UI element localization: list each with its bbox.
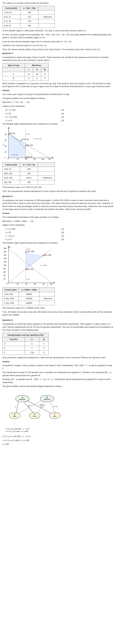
table-row: A (20, 80) 68000 [2, 292, 55, 296]
svg-text:40: 40 [4, 274, 6, 276]
table-row: F 2.50 3 [2, 350, 48, 355]
q4-c3-num: ...(4) [60, 116, 64, 118]
svg-text:60: 60 [4, 271, 6, 273]
q4-c1-row: 2x + y ≤ 60 ...(2) [6, 108, 64, 112]
svg-text:10: 10 [17, 158, 18, 160]
cell: 160 [20, 10, 38, 15]
cell: 12 [25, 72, 33, 76]
table-row: C (20, 180) 128000 [2, 301, 55, 305]
table-row: D(0, 40) 200 [2, 180, 55, 184]
cell: D (0, 8) [2, 24, 20, 28]
svg-text:y →: y → [2, 142, 4, 145]
q4-subject: subject to the constraints, [2, 105, 114, 108]
cell: 18 [33, 72, 41, 76]
q4-ans2: The given problem can be formulated as f… [2, 97, 114, 100]
svg-text:B(40, 160): B(40, 160) [44, 254, 51, 256]
transport-from-to: From/To [2, 337, 25, 342]
q4-corner-table: Corner point Z = 7.5x + 5y A(20, 0) 150 … [2, 162, 55, 185]
q6-title: Question 6: [2, 318, 114, 322]
cell: B (40, 160) [2, 296, 19, 301]
svg-text:x: x [15, 406, 16, 408]
q4-conclusion: Thus, the manufacturer should manufactur… [2, 190, 114, 193]
cell [38, 180, 54, 184]
q4-feasible: The feasible region determined by the co… [2, 122, 114, 126]
cell: 250 [20, 171, 38, 176]
svg-text:X: X [54, 282, 55, 284]
machines-col-header: Machines [25, 63, 48, 68]
table-row: B(20, 20) 250 [2, 171, 55, 176]
cell: F [2, 350, 25, 355]
machines-table: Type of toys Machines I II III A 12 18 6 [2, 63, 48, 81]
question5-section: Question 5: An aeroplane can carry a max… [2, 195, 114, 316]
transport-main-header: Transportation cost per quintal (in Rs) [2, 333, 48, 337]
q5-constraints: x + y ≤ 200 ...(2) x ≥ 20 ...(3) y − 4x … [6, 228, 114, 241]
cell: 4 [39, 342, 48, 346]
machines-col-II: II [33, 68, 41, 72]
svg-text:C(15, 30): C(15, 30) [22, 138, 29, 140]
svg-text:shop: shop [33, 415, 36, 417]
svg-text:y=4x: y=4x [26, 278, 30, 280]
svg-text:80: 80 [4, 268, 6, 270]
cell [38, 167, 54, 172]
svg-text:y →: y → [9, 247, 12, 248]
question4-section: Question 4: A manufacturer makes two typ… [2, 52, 114, 193]
svg-text:x=20: x=20 [26, 248, 30, 250]
q4-title: Question 4: [2, 52, 114, 55]
table-row: C (1, 5) 116 [2, 19, 55, 24]
svg-text:30: 30 [34, 158, 36, 160]
table-row: A (10, 0) 160 [2, 10, 55, 15]
answer-label3: Answer [2, 360, 114, 363]
svg-text:60-x: 60-x [28, 404, 32, 406]
cell: 128000 [19, 301, 39, 305]
svg-text:D(0, 40): D(0, 40) [9, 132, 15, 134]
para3: It can be seen that the feasible region … [2, 40, 114, 43]
para4: Therefore, the minimum value of z is 112… [2, 44, 114, 47]
svg-text:30: 30 [34, 283, 36, 285]
q5-subject: subject to the constraints, [2, 224, 114, 226]
svg-text:120: 120 [4, 261, 6, 263]
table-row: C(15, 30) 262.5 ← Maximum [2, 176, 55, 180]
svg-text:X: X [52, 157, 54, 159]
para5: Thus, the mixture should contain 2 kg of… [2, 48, 114, 51]
cell [39, 292, 54, 296]
svg-text:shop: shop [53, 415, 56, 417]
q5-feasible: The feasible region determined by the co… [2, 242, 114, 244]
q5-col-note [39, 288, 54, 292]
q5-svg: X Y O 10 20 30 40 50 20 40 60 80 100 120… [2, 246, 58, 286]
svg-text:godown: godown [44, 398, 50, 400]
svg-text:A(20, 80): A(20, 80) [26, 268, 33, 270]
svg-text:160: 160 [4, 254, 6, 256]
cell: A (20, 80) [2, 292, 19, 296]
q4-para1: Each machine is available for a maximum … [2, 82, 114, 88]
cell: 3 [39, 350, 48, 355]
cell: ← Minimum [38, 15, 55, 19]
q5-c3-row: y − 4x ≥ 0 ...(4) [6, 234, 64, 238]
intro-line: The values of z at these corner points a… [2, 2, 114, 4]
svg-text:x ≥ 0, y ≥ 0, and 100 − x − y : x ≥ 0, y ≥ 0, and 100 − x − y ≥ 0 [6, 428, 29, 430]
svg-text:40: 40 [4, 134, 6, 135]
cell: 150 [20, 167, 38, 172]
q6-c2: ⇒ x ≥ 0, y ≥ 0, and x + y ≤ 100 [2, 439, 114, 442]
q6-ans2: The requirement at shop D is 60 quintals… [2, 371, 114, 377]
q6-text1: Two godowns A and B have grain capacity … [2, 322, 114, 332]
cell: 112 [20, 15, 38, 19]
cell: B [2, 76, 25, 81]
svg-text:50: 50 [50, 283, 52, 285]
q5-c1-num: ...(2) [60, 228, 64, 230]
cell: B(20, 20) [2, 171, 20, 176]
table-row: A 12 18 6 [2, 72, 48, 76]
q6-question: How should the supplies be transported i… [2, 356, 114, 359]
q4-c2-num: ...(3) [60, 112, 64, 115]
q5-text: An aeroplane can carry a maximum of 200 … [2, 199, 114, 211]
q4-c1-eq: 2x + y ≤ 60 [6, 108, 15, 112]
cell: 9 [41, 76, 48, 81]
svg-text:Y: Y [9, 127, 10, 128]
svg-text:100: 100 [4, 264, 6, 266]
svg-text:x+y-60: x+y-60 [52, 406, 58, 408]
cell: C (20, 180) [2, 301, 19, 305]
q4-col-z: Z = 7.5x + 5y [20, 162, 38, 167]
svg-text:O: O [7, 282, 8, 284]
svg-text:A(20, 0): A(20, 0) [26, 156, 32, 158]
q4-max-text: The maximum value of z is 262.5 at (15, … [2, 186, 114, 189]
q5-c3-eq: y − 4x ≥ 0 [6, 234, 14, 238]
